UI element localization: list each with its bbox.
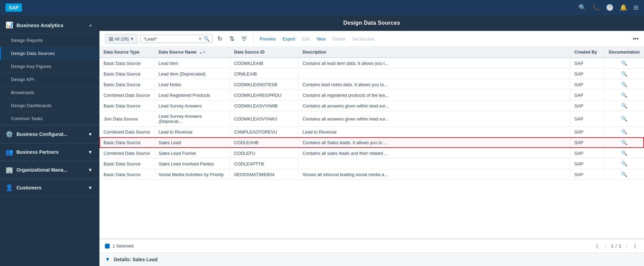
cell-type: Combined Data Source bbox=[99, 127, 154, 137]
more-options-icon[interactable]: ••• bbox=[633, 36, 639, 42]
delete-link[interactable]: Delete bbox=[331, 35, 348, 43]
sidebar-item-common-tasks[interactable]: Common Tasks bbox=[0, 112, 99, 125]
cell-created-by: SAP bbox=[570, 69, 605, 79]
search-box[interactable]: ✕ 🔍 bbox=[140, 35, 213, 43]
grid-view-icon: ⊞ bbox=[109, 36, 113, 42]
cell-type: Basic Data Source bbox=[99, 169, 154, 180]
cell-created-by: SAP bbox=[570, 148, 605, 159]
cell-id: CODMKLEAIB bbox=[230, 58, 298, 69]
table-row[interactable]: Basic Data SourceSales Lead Involved Par… bbox=[99, 159, 644, 169]
cell-description: Contains all answers given within lead s… bbox=[298, 111, 570, 127]
cell-type: Basic Data Source bbox=[99, 101, 154, 111]
cell-created-by: SAP bbox=[570, 159, 605, 169]
cell-created-by: SAP bbox=[570, 101, 605, 111]
sap-logo[interactable]: SAP bbox=[5, 3, 22, 12]
filter-button[interactable] bbox=[239, 35, 249, 43]
magnify-icon[interactable]: 🔍 bbox=[621, 92, 627, 98]
magnify-icon[interactable]: 🔍 bbox=[621, 103, 627, 108]
table-row[interactable]: Basic Data SourceSocial Media Activities… bbox=[99, 169, 644, 180]
cell-documentation: 🔍 bbox=[605, 69, 644, 79]
new-link[interactable]: New bbox=[315, 35, 328, 43]
cell-created-by: SAP bbox=[570, 169, 605, 180]
bottom-bar: 1 Selected ⟪ ‹ 1 / 1 › ⟫ bbox=[99, 239, 644, 253]
page-separator: / bbox=[616, 243, 617, 248]
search-input[interactable] bbox=[143, 36, 198, 42]
phone-icon[interactable]: 📞 bbox=[592, 4, 600, 11]
sidebar-section-org-management[interactable]: 🏢 Organizational Mana... ▼ bbox=[0, 161, 99, 179]
magnify-icon[interactable]: 🔍 bbox=[621, 82, 627, 87]
details-chevron-icon: ▼ bbox=[105, 256, 110, 263]
cell-name: Sales Lead Involved Parties bbox=[154, 159, 230, 169]
cell-created-by: SAP bbox=[570, 127, 605, 137]
last-page-button[interactable]: ⟫ bbox=[631, 242, 639, 250]
col-header-description: Description bbox=[298, 47, 570, 58]
table-row[interactable]: Basic Data SourceSales LeadCODLEAHBConta… bbox=[99, 137, 644, 148]
sidebar-item-design-kpi[interactable]: Design KPI bbox=[0, 73, 99, 86]
clock-icon[interactable]: 🕐 bbox=[606, 4, 613, 11]
sidebar-section-business-configuration[interactable]: ⚙️ Business Configurat... ▼ bbox=[0, 125, 99, 143]
grid-icon[interactable]: ⊞ bbox=[633, 4, 639, 11]
first-page-button[interactable]: ⟪ bbox=[594, 242, 601, 250]
export-link[interactable]: Export bbox=[281, 35, 298, 43]
data-table-container: Data Source Type Data Source Name ▲▼ Dat… bbox=[99, 47, 644, 239]
cell-documentation: 🔍 bbox=[605, 101, 644, 111]
search-submit-icon[interactable]: 🔍 bbox=[204, 36, 210, 42]
refresh-button[interactable]: ↻ bbox=[215, 34, 225, 44]
chevron-down-org-icon: ▼ bbox=[88, 167, 93, 173]
table-row[interactable]: Join Data SourceLead Survey Answers (Dep… bbox=[99, 111, 644, 127]
sidebar-item-design-key-figures[interactable]: Design Key Figures bbox=[0, 60, 99, 73]
table-row[interactable]: Basic Data SourceLead NotesCODMKLEANOTES… bbox=[99, 79, 644, 90]
magnify-icon[interactable]: 🔍 bbox=[621, 116, 627, 122]
sidebar-item-design-data-sources[interactable]: Design Data Sources bbox=[0, 47, 99, 60]
magnify-icon[interactable]: 🔍 bbox=[621, 60, 627, 66]
magnify-icon[interactable]: 🔍 bbox=[621, 71, 627, 77]
set-access-link[interactable]: Set Access bbox=[350, 35, 376, 43]
magnify-icon[interactable]: 🔍 bbox=[621, 172, 627, 177]
app-layout: 📊 Business Analytics ▲ Design Reports De… bbox=[0, 15, 644, 266]
main-content: Design Data Sources ⊞ All (20) ▼ ✕ 🔍 ↻ ⇅ bbox=[99, 15, 644, 266]
section-icon-label-org: 🏢 Organizational Mana... bbox=[5, 166, 68, 174]
sidebar-section-label: Business Analytics bbox=[16, 22, 63, 28]
cell-name: Lead Item bbox=[154, 58, 230, 69]
cell-documentation: 🔍 bbox=[605, 169, 644, 180]
details-section[interactable]: ▼ Details: Sales Lead bbox=[99, 253, 644, 266]
table-row[interactable]: Basic Data SourceLead Survey AnswersCODM… bbox=[99, 101, 644, 111]
sidebar-section-business-analytics[interactable]: 📊 Business Analytics ▲ bbox=[0, 15, 99, 34]
col-header-id: Data Source ID bbox=[230, 47, 298, 58]
total-pages: 1 bbox=[619, 243, 621, 248]
magnify-icon[interactable]: 🔍 bbox=[621, 161, 627, 166]
bell-icon[interactable]: 🔔 bbox=[620, 4, 627, 11]
filter-all-badge[interactable]: ⊞ All (20) ▼ bbox=[105, 34, 138, 44]
search-icon[interactable]: 🔍 bbox=[579, 4, 586, 11]
magnify-icon[interactable]: 🔍 bbox=[621, 129, 627, 135]
magnify-icon[interactable]: 🔍 bbox=[621, 140, 627, 145]
table-row[interactable]: Combined Data SourceLead to RevenueCAMPL… bbox=[99, 127, 644, 137]
top-bar-right: 🔍 📞 🕐 🔔 ⊞ bbox=[579, 4, 639, 11]
cell-description: Contains all lead item data. It allows y… bbox=[298, 58, 570, 69]
cell-created-by: SAP bbox=[570, 111, 605, 127]
cell-documentation: 🔍 bbox=[605, 127, 644, 137]
sidebar-section-customers[interactable]: 👤 Customers ▼ bbox=[0, 179, 99, 197]
col-header-type: Data Source Type bbox=[99, 47, 154, 58]
sidebar-item-design-reports[interactable]: Design Reports bbox=[0, 34, 99, 47]
sidebar-section-business-partners[interactable]: 👥 Business Partners ▼ bbox=[0, 143, 99, 161]
table-row[interactable]: Combined Data SourceLead Registered Prod… bbox=[99, 90, 644, 101]
table-row[interactable]: Basic Data SourceLead Item (Deprecated)C… bbox=[99, 69, 644, 79]
sidebar-item-design-dashboards[interactable]: Design Dashboards bbox=[0, 99, 99, 112]
cell-name: Sales Lead bbox=[154, 137, 230, 148]
sidebar-item-broadcasts[interactable]: Broadcasts bbox=[0, 86, 99, 99]
magnify-icon[interactable]: 🔍 bbox=[621, 150, 627, 156]
toolbar: ⊞ All (20) ▼ ✕ 🔍 ↻ ⇅ Preview Export Edit bbox=[99, 31, 644, 47]
table-row[interactable]: Combined Data SourceSales Lead FunnelCOD… bbox=[99, 148, 644, 159]
clear-search-icon[interactable]: ✕ bbox=[198, 36, 202, 42]
chevron-up-icon: ▲ bbox=[88, 23, 93, 27]
col-header-name[interactable]: Data Source Name ▲▼ bbox=[154, 47, 230, 58]
table-row[interactable]: Basic Data SourceLead ItemCODMKLEAIBCont… bbox=[99, 58, 644, 69]
edit-link[interactable]: Edit bbox=[300, 35, 312, 43]
cell-type: Join Data Source bbox=[99, 111, 154, 127]
chevron-down-config-icon: ▼ bbox=[88, 131, 93, 137]
next-page-button[interactable]: › bbox=[623, 242, 629, 250]
prev-page-button[interactable]: ‹ bbox=[603, 242, 609, 250]
sort-button[interactable]: ⇅ bbox=[227, 34, 237, 44]
preview-link[interactable]: Preview bbox=[258, 35, 277, 43]
